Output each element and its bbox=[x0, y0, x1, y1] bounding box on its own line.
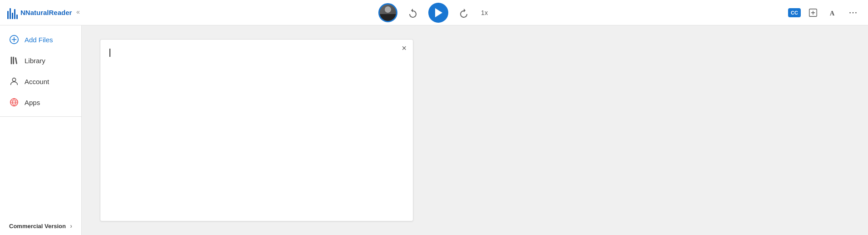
play-icon bbox=[435, 8, 442, 17]
speed-label: 1x bbox=[479, 9, 490, 16]
logo-icon bbox=[7, 6, 18, 19]
apps-label: Apps bbox=[25, 99, 40, 106]
font-button[interactable]: A bbox=[825, 5, 841, 20]
account-label: Account bbox=[25, 78, 49, 85]
svg-point-11 bbox=[12, 78, 15, 81]
svg-point-4 bbox=[855, 12, 857, 13]
sidebar: « Add Files Library bbox=[0, 25, 82, 235]
sidebar-item-add-files[interactable]: Add Files bbox=[0, 29, 81, 50]
svg-point-2 bbox=[849, 12, 851, 13]
more-icon bbox=[848, 8, 858, 18]
forward-icon bbox=[458, 7, 469, 18]
topbar-right: CC A bbox=[788, 5, 861, 20]
upload-icon bbox=[808, 8, 818, 18]
account-icon bbox=[9, 76, 19, 86]
svg-text:A: A bbox=[830, 9, 835, 16]
content-area: × bbox=[82, 25, 868, 235]
chevron-right-icon: › bbox=[70, 222, 72, 230]
main-layout: « Add Files Library bbox=[0, 25, 868, 235]
topbar: NNaturalReader 1x CC bbox=[0, 0, 868, 25]
svg-rect-8 bbox=[11, 57, 12, 65]
sidebar-item-apps[interactable]: Apps bbox=[0, 92, 81, 113]
text-cursor bbox=[109, 49, 110, 57]
text-editor[interactable]: × bbox=[100, 39, 413, 221]
forward-button[interactable] bbox=[456, 5, 471, 20]
cc-button[interactable]: CC bbox=[788, 8, 801, 17]
apps-icon bbox=[9, 97, 19, 107]
sidebar-item-library[interactable]: Library bbox=[0, 50, 81, 71]
sidebar-item-account[interactable]: Account bbox=[0, 71, 81, 92]
library-label: Library bbox=[25, 57, 45, 65]
avatar bbox=[380, 5, 396, 21]
upload-button[interactable] bbox=[805, 5, 821, 20]
logo-text: NNaturalReader bbox=[20, 9, 72, 16]
reader-avatar-button[interactable] bbox=[378, 3, 397, 22]
rewind-icon bbox=[407, 7, 418, 18]
sidebar-divider bbox=[0, 116, 81, 117]
sidebar-item-commercial[interactable]: Commercial Version › bbox=[0, 217, 81, 235]
svg-rect-10 bbox=[15, 57, 17, 64]
add-files-icon bbox=[9, 35, 19, 45]
editor-content[interactable] bbox=[109, 49, 404, 57]
close-editor-button[interactable]: × bbox=[402, 44, 407, 52]
more-options-button[interactable] bbox=[845, 5, 861, 20]
commercial-label: Commercial Version bbox=[9, 223, 66, 230]
font-icon: A bbox=[828, 8, 838, 18]
library-icon bbox=[9, 55, 19, 65]
rewind-button[interactable] bbox=[406, 5, 420, 20]
play-button[interactable] bbox=[428, 3, 448, 23]
playback-controls: 1x bbox=[378, 3, 490, 23]
svg-point-3 bbox=[853, 12, 854, 13]
logo[interactable]: NNaturalReader bbox=[7, 6, 72, 19]
add-files-label: Add Files bbox=[25, 36, 53, 44]
svg-rect-9 bbox=[13, 57, 14, 65]
